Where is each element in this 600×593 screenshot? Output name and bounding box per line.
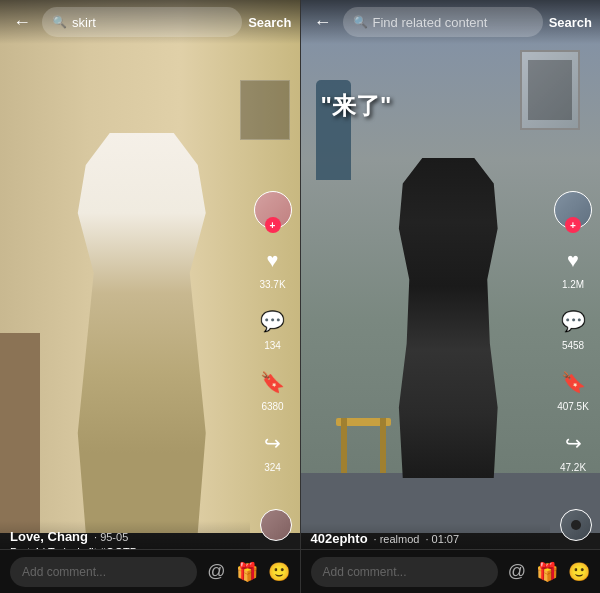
- left-follow-badge[interactable]: +: [265, 217, 281, 233]
- left-search-bar: ← 🔍 skirt Search: [0, 0, 300, 44]
- left-bottom-avatar: [260, 509, 292, 541]
- right-search-icon: 🔍: [353, 15, 368, 29]
- right-share-button[interactable]: ↪ 47.2K: [556, 426, 590, 473]
- right-heart-icon: ♥: [556, 243, 590, 277]
- right-search-button[interactable]: Search: [549, 15, 592, 30]
- right-bookmark-icon: 🔖: [556, 365, 590, 399]
- left-bookmark-icon: 🔖: [256, 365, 290, 399]
- left-bookmark-count: 6380: [261, 401, 283, 412]
- right-comment-count: 5458: [562, 340, 584, 351]
- left-comment-icon: 💬: [256, 304, 290, 338]
- left-at-icon[interactable]: @: [207, 561, 225, 582]
- left-like-count: 33.7K: [259, 279, 285, 290]
- left-action-buttons: + ♥ 33.7K 💬 134 🔖 6380 ↪ 324: [254, 191, 292, 473]
- right-like-button[interactable]: ♥ 1.2M: [556, 243, 590, 290]
- right-video-date: · 01:07: [425, 533, 459, 545]
- right-overlay-text: "来了": [321, 90, 392, 122]
- right-search-placeholder: Find related content: [373, 15, 488, 30]
- cabinet: [0, 333, 40, 533]
- right-comment-placeholder: Add comment...: [323, 565, 407, 579]
- left-comment-placeholder: Add comment...: [22, 565, 106, 579]
- right-music-disk: [560, 509, 592, 541]
- chair: [336, 403, 391, 473]
- right-author-line: 402ephto · realmod · 01:07: [311, 531, 541, 546]
- left-emoji-icon[interactable]: 🙂: [268, 561, 290, 583]
- right-comment-bar: Add comment... @ 🎁 🙂: [301, 549, 601, 593]
- left-video-date: · 95-05: [94, 531, 128, 543]
- wall-poster: [520, 50, 580, 130]
- right-panel: "来了" ← 🔍 Find related content Search + ♥…: [301, 0, 601, 593]
- shelf-item: [240, 80, 290, 140]
- right-back-button[interactable]: ←: [309, 8, 337, 36]
- left-bookmark-button[interactable]: 🔖 6380: [256, 365, 290, 412]
- left-avatar-wrap[interactable]: +: [254, 191, 292, 229]
- right-bookmark-count: 407.5K: [557, 401, 589, 412]
- right-bookmark-button[interactable]: 🔖 407.5K: [556, 365, 590, 412]
- right-comment-button[interactable]: 💬 5458: [556, 304, 590, 351]
- right-at-icon[interactable]: @: [508, 561, 526, 582]
- right-comment-icons: @ 🎁 🙂: [508, 561, 590, 583]
- right-share-icon: ↪: [556, 426, 590, 460]
- left-author-name[interactable]: Love, Chang: [10, 529, 88, 544]
- disk-center: [571, 520, 581, 530]
- left-back-button[interactable]: ←: [8, 8, 36, 36]
- right-author-suffix: · realmod: [374, 533, 420, 545]
- right-follow-badge[interactable]: +: [565, 217, 581, 233]
- left-comment-count: 134: [264, 340, 281, 351]
- left-gift-icon[interactable]: 🎁: [236, 561, 258, 583]
- right-like-count: 1.2M: [562, 279, 584, 290]
- left-comment-button[interactable]: 💬 134: [256, 304, 290, 351]
- right-gift-icon[interactable]: 🎁: [536, 561, 558, 583]
- right-share-count: 47.2K: [560, 462, 586, 473]
- right-search-input-wrap[interactable]: 🔍 Find related content: [343, 7, 543, 37]
- left-search-icon: 🔍: [52, 15, 67, 29]
- left-comment-bar: Add comment... @ 🎁 🙂: [0, 549, 300, 593]
- right-search-bar: ← 🔍 Find related content Search: [301, 0, 601, 44]
- right-comment-icon: 💬: [556, 304, 590, 338]
- right-action-buttons: + ♥ 1.2M 💬 5458 🔖 407.5K ↪ 47.2K: [554, 191, 592, 473]
- left-share-button[interactable]: ↪ 324: [256, 426, 290, 473]
- right-author-name[interactable]: 402ephto: [311, 531, 368, 546]
- left-search-input-wrap[interactable]: 🔍 skirt: [42, 7, 242, 37]
- left-heart-icon: ♥: [256, 243, 290, 277]
- left-share-icon: ↪: [256, 426, 290, 460]
- left-comment-icons: @ 🎁 🙂: [207, 561, 289, 583]
- left-like-button[interactable]: ♥ 33.7K: [256, 243, 290, 290]
- right-comment-input[interactable]: Add comment...: [311, 557, 498, 587]
- left-share-count: 324: [264, 462, 281, 473]
- left-panel: ← 🔍 skirt Search + ♥ 33.7K 💬 134: [0, 0, 300, 593]
- left-author-line: Love, Chang · 95-05: [10, 529, 240, 544]
- left-search-button[interactable]: Search: [248, 15, 291, 30]
- right-avatar-wrap[interactable]: +: [554, 191, 592, 229]
- left-comment-input[interactable]: Add comment...: [10, 557, 197, 587]
- left-search-query: skirt: [72, 15, 96, 30]
- right-emoji-icon[interactable]: 🙂: [568, 561, 590, 583]
